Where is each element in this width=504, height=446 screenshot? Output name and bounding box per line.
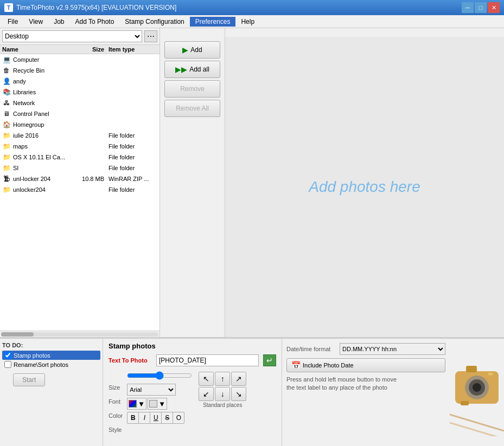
datetime-row1: Date/time format DD.MM.YYYY hh:nn (286, 343, 445, 355)
menu-help[interactable]: Help (235, 17, 260, 27)
file-icon: 📁 (2, 142, 11, 151)
file-icon: 🖥 (2, 109, 11, 118)
menu-stamp-config[interactable]: Stamp Configuration (119, 17, 189, 27)
italic-button[interactable]: I (138, 412, 150, 424)
add-all-button[interactable]: ▶▶ Add all (164, 61, 220, 78)
start-button[interactable]: Start (13, 373, 45, 386)
menu-view[interactable]: View (23, 17, 48, 27)
file-name: unlocker204 (13, 186, 76, 193)
bg-color-button[interactable]: ▼ (148, 398, 167, 410)
list-item[interactable]: 📁 iulie 2016 File folder (0, 130, 160, 141)
add-all-icon: ▶▶ (175, 65, 187, 74)
calendar-icon: 📅 (291, 361, 301, 370)
strikethrough-button[interactable]: S (161, 412, 173, 424)
file-icon: 📁 (2, 164, 11, 172)
underline-button[interactable]: U (150, 412, 162, 424)
file-panel: Desktop ⋯ Name Size Item type 💻 Computer… (0, 28, 160, 337)
menu-preferences[interactable]: Preferences (190, 17, 236, 27)
file-name: maps (13, 143, 76, 150)
stamp-title: Stamp photos (109, 342, 276, 350)
app-icon: T (4, 3, 13, 12)
list-item[interactable]: 🗜 unl-locker 204 10.8 MB WinRAR ZIP ... (0, 173, 160, 184)
file-list-header: Name Size Item type (0, 45, 160, 54)
photo-area-wrapper: ▶ Add ▶▶ Add all Remove Remove All Add p… (160, 28, 504, 337)
style-label: Style (109, 424, 123, 436)
remove-button[interactable]: Remove (164, 80, 220, 98)
svg-line-7 (450, 415, 504, 431)
file-list[interactable]: 💻 Computer 🗑 Recycle Bin 👤 andy 📚 Librar… (0, 54, 160, 331)
file-type: File folder (109, 186, 157, 193)
close-button[interactable]: ✕ (488, 2, 500, 13)
svg-point-3 (473, 383, 481, 392)
size-slider[interactable] (127, 371, 192, 380)
font-select[interactable]: Arial (127, 384, 176, 396)
col-type-header: Item type (109, 46, 157, 53)
bg-color-swatch (149, 400, 157, 408)
include-photo-date-button[interactable]: 📅 Include Photo Date (286, 358, 445, 372)
bold-button[interactable]: B (127, 412, 139, 424)
datetime-label: Date/time format (286, 346, 335, 352)
text-color-button[interactable]: ▼ (127, 398, 146, 410)
remove-all-button[interactable]: Remove All (164, 100, 220, 117)
style-buttons: B I U S O (127, 412, 184, 424)
file-scrollbar[interactable] (0, 331, 160, 337)
todo-item-rename[interactable]: Rename\Sort photos (2, 360, 100, 369)
list-item[interactable]: 📁 OS X 10.11 El Ca... File folder (0, 152, 160, 163)
text-to-photo-label: Text To Photo (109, 357, 152, 364)
arrow-down[interactable]: ↓ (215, 387, 230, 401)
file-type: File folder (109, 132, 157, 139)
path-select[interactable]: Desktop (2, 30, 142, 42)
list-item[interactable]: 📁 unlocker204 File folder (0, 184, 160, 195)
todo-item-stamp[interactable]: Stamp photos (2, 351, 100, 360)
todo-panel: TO DO: Stamp photos Rename\Sort photos S… (0, 339, 504, 446)
title-controls: ─ □ ✕ (462, 2, 500, 13)
file-name: Libraries (13, 89, 76, 95)
list-item[interactable]: 💻 Computer (0, 54, 160, 65)
green-arrow-button[interactable]: ↵ (263, 354, 276, 366)
arrow-up-right[interactable]: ↗ (231, 372, 246, 386)
file-scrollbar-thumb[interactable] (1, 332, 34, 337)
arrow-up-left[interactable]: ↖ (199, 372, 214, 386)
datetime-format-select[interactable]: DD.MM.YYYY hh:nn (340, 343, 445, 355)
file-name: SI (13, 165, 76, 171)
file-name: Recycle Bin (13, 67, 76, 74)
stamp-checkbox[interactable] (4, 352, 11, 359)
file-name: andy (13, 78, 76, 85)
rename-checkbox[interactable] (4, 361, 11, 368)
list-item[interactable]: 🖧 Network (0, 98, 160, 108)
arrow-left[interactable]: ↙ (199, 387, 214, 401)
outline-button[interactable]: O (173, 412, 184, 424)
list-item[interactable]: 📁 SI File folder (0, 163, 160, 173)
file-icon: 📁 (2, 131, 11, 140)
file-icon: 👤 (2, 77, 11, 86)
todo-label: TO DO: (2, 341, 100, 351)
font-label: Font (109, 396, 123, 408)
photo-date-input[interactable] (156, 354, 259, 366)
svg-rect-5 (461, 401, 469, 405)
file-scrollbar-track (1, 332, 158, 337)
menu-add-to-photo[interactable]: Add To Photo (70, 17, 120, 27)
arrow-right[interactable]: ↘ (231, 387, 246, 401)
maximize-button[interactable]: □ (475, 2, 487, 13)
title-bar: T TimeToPhoto v2.9.5975(x64) [EVALUATION… (0, 0, 504, 15)
file-icon: 📁 (2, 153, 11, 161)
drop-area[interactable]: Add photos here (225, 37, 504, 337)
browse-button[interactable]: ⋯ (144, 30, 157, 42)
stamp-config: Stamp photos Text To Photo ↵ Size Font C… (103, 339, 282, 446)
menu-job[interactable]: Job (48, 17, 69, 27)
add-button[interactable]: ▶ Add (164, 41, 220, 59)
list-item[interactable]: 📚 Libraries (0, 87, 160, 98)
file-name: Computer (13, 56, 76, 63)
action-buttons (160, 28, 225, 37)
list-item[interactable]: 📁 maps File folder (0, 141, 160, 152)
list-item[interactable]: 👤 andy (0, 76, 160, 87)
file-icon: 💻 (2, 55, 11, 64)
arrow-up[interactable]: ↑ (215, 372, 230, 386)
list-item[interactable]: 🖥 Control Panel (0, 108, 160, 119)
deco-image (450, 339, 504, 436)
minimize-button[interactable]: ─ (462, 2, 474, 13)
file-name: iulie 2016 (13, 132, 76, 139)
list-item[interactable]: 🏠 Homegroup (0, 119, 160, 130)
menu-file[interactable]: File (2, 17, 23, 27)
list-item[interactable]: 🗑 Recycle Bin (0, 65, 160, 76)
